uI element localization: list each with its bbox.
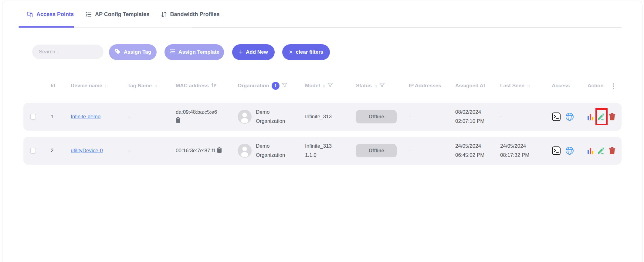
sort-icon[interactable]: ↑↓ <box>527 84 530 88</box>
content-card <box>2 1 642 262</box>
tab-label: AP Config Templates <box>95 11 149 18</box>
column-menu-icon[interactable]: ⋮ <box>610 82 616 89</box>
terminal-icon[interactable] <box>552 146 561 155</box>
header-tag-name: Tag Name ↑↓ <box>121 83 170 89</box>
assign-tag-button[interactable]: Assign Tag <box>109 44 157 60</box>
list-check-icon <box>85 11 92 18</box>
active-tab-indicator <box>19 26 74 28</box>
assigned-time: 02:07:10 PM <box>455 118 484 124</box>
row-checkbox[interactable] <box>30 148 36 154</box>
assign-template-label: Assign Template <box>178 49 219 55</box>
delete-icon[interactable] <box>608 113 616 121</box>
sort-amount-icon[interactable] <box>211 83 216 89</box>
last-seen-date: 24/05/2024 <box>500 143 526 149</box>
copy-icon[interactable] <box>217 147 222 154</box>
sort-icon[interactable]: ↑↓ <box>322 84 325 88</box>
arrows-up-down-icon <box>161 11 167 18</box>
header-access: Access <box>546 83 586 89</box>
clear-filters-label: clear filters <box>296 49 324 55</box>
tab-access-points[interactable]: Access Points <box>26 11 74 18</box>
header-divider <box>192 27 622 28</box>
edit-icon[interactable] <box>597 147 605 155</box>
filter-funnel-icon[interactable] <box>282 83 287 89</box>
tab-ap-config-templates[interactable]: AP Config Templates <box>85 11 149 18</box>
assigned-date: 08/02/2024 <box>455 109 481 115</box>
table-header-divider <box>23 100 622 100</box>
clear-filters-button[interactable]: × clear filters <box>282 44 330 60</box>
filter-funnel-icon[interactable] <box>327 83 333 89</box>
terminal-icon[interactable] <box>552 112 561 121</box>
model-version: 1.1.0 <box>305 152 317 158</box>
tag-icon <box>114 48 121 56</box>
sort-icon[interactable]: ↑↓ <box>374 84 377 88</box>
globe-icon[interactable] <box>565 112 574 121</box>
header-status: Status ↑↓ <box>352 83 405 89</box>
stats-icon[interactable] <box>588 147 593 154</box>
mac-address-value: da:09:48:ba:c5:e6 <box>176 109 217 115</box>
header-assigned-at: Assigned At <box>452 83 498 89</box>
organization-name: Demo Organization <box>256 142 289 160</box>
header-mac-address: MAC address <box>170 83 232 89</box>
assigned-time: 06:45:02 PM <box>455 152 484 158</box>
organization-avatar <box>238 144 252 158</box>
stats-icon[interactable] <box>588 113 593 120</box>
delete-icon[interactable] <box>608 147 616 155</box>
tab-bandwidth-profiles[interactable]: Bandwidth Profiles <box>161 11 219 18</box>
tag-name-value: - <box>127 148 129 154</box>
sort-icon[interactable]: ↑↓ <box>105 84 107 88</box>
list-icon <box>169 48 175 56</box>
header-model: Model ↑↓ <box>300 83 352 89</box>
row-checkbox[interactable] <box>30 114 36 120</box>
assigned-date: 24/05/2024 <box>455 143 481 149</box>
tab-label: Bandwidth Profiles <box>170 11 219 18</box>
tab-label: Access Points <box>36 11 74 18</box>
status-badge: Offline <box>356 144 397 157</box>
close-icon: × <box>289 49 293 55</box>
assign-tag-label: Assign Tag <box>124 49 151 55</box>
header-device-name: Device name ↑↓ <box>64 83 121 89</box>
row-id: 2 <box>51 148 53 154</box>
tab-bar: Access Points AP Config Templates Bandwi… <box>26 11 219 18</box>
organization-name: Demo Organization <box>256 108 289 126</box>
sort-icon[interactable]: ↑↓ <box>154 84 157 88</box>
tag-name-value: - <box>127 114 129 120</box>
filter-funnel-icon[interactable] <box>379 83 385 89</box>
header-ip-addresses: IP Addresses <box>405 83 452 89</box>
globe-icon[interactable] <box>565 146 574 155</box>
header-action: Action ⋮ <box>586 82 622 89</box>
search-input[interactable] <box>32 45 103 59</box>
mac-address-value: 00:16:3e:7e:87:f1 <box>176 148 216 154</box>
add-new-label: Add New <box>246 49 268 55</box>
last-seen-value: - <box>500 114 502 120</box>
model-value: Infinite_313 <box>305 143 332 149</box>
header-id: Id <box>47 83 64 89</box>
table-row: 2 utilityDevice-0 - 00:16:3e:7e:87:f1 De… <box>23 137 622 165</box>
organization-avatar <box>238 110 252 124</box>
ip-addresses-value: - <box>409 148 411 154</box>
access-points-icon <box>26 11 33 18</box>
ip-addresses-value: - <box>409 114 411 120</box>
table-row: 1 Infinite-demo - da:09:48:ba:c5:e6 Demo… <box>23 103 622 131</box>
organization-filter-count-badge: 1 <box>272 82 280 90</box>
header-last-seen: Last Seen ↑↓ <box>498 83 546 89</box>
assign-template-button[interactable]: Assign Template <box>164 44 224 60</box>
device-name-link[interactable]: utilityDevice-0 <box>71 148 103 154</box>
status-badge: Offline <box>356 110 397 123</box>
add-new-button[interactable]: + Add New <box>232 44 275 60</box>
row-id: 1 <box>51 114 53 120</box>
plus-icon: + <box>239 49 243 55</box>
copy-icon[interactable] <box>176 117 181 126</box>
edit-icon[interactable] <box>597 113 605 121</box>
device-name-link[interactable]: Infinite-demo <box>71 114 100 120</box>
tab-strip-divider <box>74 27 192 28</box>
header-organization: Organization 1 <box>232 82 300 90</box>
last-seen-time: 08:17:32 PM <box>500 152 529 158</box>
table-header: Id Device name ↑↓ Tag Name ↑↓ MAC addres… <box>23 79 622 93</box>
model-value: Infinite_313 <box>305 114 332 120</box>
